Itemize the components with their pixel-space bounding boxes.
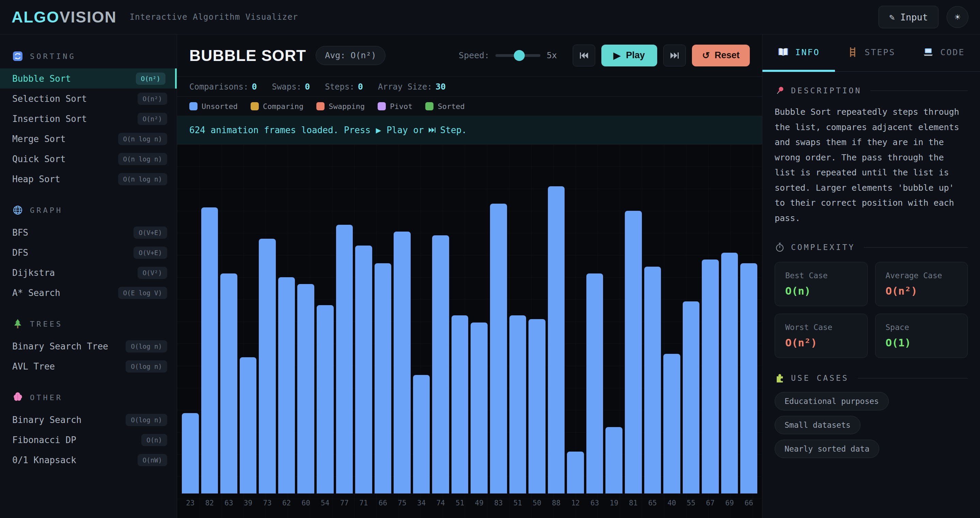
chart-bar bbox=[201, 207, 218, 494]
complexity-badge: O(V+E) bbox=[134, 226, 167, 239]
complexity-card-label: Space bbox=[886, 323, 958, 332]
chart-bar bbox=[490, 204, 507, 494]
theme-toggle-button[interactable]: ☀ bbox=[947, 6, 969, 28]
play-button[interactable]: ▶ Play bbox=[601, 45, 657, 66]
speed-slider-thumb[interactable] bbox=[514, 50, 525, 61]
chart-bar bbox=[548, 186, 565, 494]
tab-label: CODE bbox=[940, 47, 965, 57]
chart-bar bbox=[432, 235, 449, 494]
tab-code[interactable]: CODE bbox=[907, 34, 980, 72]
complexity-section-header: COMPLEXITY bbox=[775, 242, 968, 252]
chart-bar-label: 63 bbox=[586, 499, 603, 518]
top-header: ALGOVISION Interactive Algorithm Visuali… bbox=[0, 0, 980, 34]
sidebar-section-header-trees: TREES bbox=[0, 316, 177, 332]
laptop-icon bbox=[923, 46, 934, 58]
sidebar-item-bubble-sort[interactable]: Bubble SortO(n²) bbox=[0, 69, 177, 89]
chart-bar-label: 63 bbox=[220, 499, 237, 518]
complexity-badge: O(log n) bbox=[126, 414, 167, 426]
stat-comparisons: Comparisons:0 bbox=[189, 82, 257, 92]
sidebar-item-label: Selection Sort bbox=[12, 94, 87, 104]
tab-steps[interactable]: STEPS bbox=[835, 34, 907, 72]
globe-icon bbox=[12, 205, 23, 215]
tab-info[interactable]: INFO bbox=[762, 34, 835, 72]
speed-label: Speed: bbox=[459, 50, 489, 60]
chart-bar-label: 82 bbox=[201, 499, 218, 518]
chart-bar-label: 39 bbox=[240, 499, 257, 518]
sidebar-item-fibonacci-dp[interactable]: Fibonacci DPO(n) bbox=[0, 430, 177, 450]
chart-bar bbox=[625, 211, 642, 494]
chart-bar-label: 88 bbox=[548, 499, 565, 518]
reset-icon: ↺ bbox=[702, 50, 710, 61]
ladder-icon bbox=[847, 46, 858, 58]
chart-bar bbox=[586, 274, 603, 494]
complexity-badge: O(n log n) bbox=[118, 133, 167, 145]
complexity-card-average-case: Average CaseO(n²) bbox=[875, 262, 968, 306]
complexity-card-value: O(n²) bbox=[886, 285, 958, 297]
legend-item-comparing: Comparing bbox=[251, 102, 304, 111]
sidebar-item-label: BFS bbox=[12, 228, 28, 238]
chart-bar-label: 60 bbox=[297, 499, 314, 518]
visualizer-toolbar: BUBBLE SORT Avg: O(n²) Speed: 5x ▶ Play bbox=[177, 34, 762, 77]
chart-bar bbox=[721, 253, 738, 494]
skip-back-button[interactable] bbox=[573, 45, 595, 66]
chart-bar-label: 73 bbox=[259, 499, 276, 518]
input-button[interactable]: ✎ Input bbox=[878, 6, 939, 28]
chart-bar-label: 51 bbox=[452, 499, 469, 518]
panel-tabs: INFOSTEPSCODE bbox=[762, 34, 980, 72]
sidebar-item-binary-search-tree[interactable]: Binary Search TreeO(log n) bbox=[0, 336, 177, 356]
puzzle-icon bbox=[775, 373, 785, 383]
chart-bar-label: 23 bbox=[182, 499, 199, 518]
section-gap bbox=[0, 189, 177, 202]
chart-bar-label: 81 bbox=[625, 499, 642, 518]
speed-slider[interactable] bbox=[495, 54, 540, 57]
reset-button[interactable]: ↺ Reset bbox=[692, 45, 750, 66]
chart-bar bbox=[336, 225, 353, 494]
complexity-badge: O(nW) bbox=[138, 454, 167, 466]
sidebar-section-label: OTHER bbox=[30, 394, 63, 402]
complexity-badge: O(n log n) bbox=[118, 153, 167, 165]
complexity-badge: O(n log n) bbox=[118, 173, 167, 185]
chart-bar bbox=[702, 260, 719, 494]
sidebar-item-avl-tree[interactable]: AVL TreeO(log n) bbox=[0, 356, 177, 376]
algorithm-sidebar: SORTINGBubble SortO(n²)Selection SortO(n… bbox=[0, 34, 177, 518]
sidebar-item-bfs[interactable]: BFSO(V+E) bbox=[0, 222, 177, 242]
chart-bar bbox=[220, 274, 237, 494]
skip-back-icon bbox=[579, 51, 589, 60]
chart-bar bbox=[240, 357, 257, 494]
sidebar-item-selection-sort[interactable]: Selection SortO(n²) bbox=[0, 89, 177, 108]
sidebar-item-0-1-knapsack[interactable]: 0/1 KnapsackO(nW) bbox=[0, 450, 177, 470]
step-forward-button[interactable] bbox=[663, 45, 686, 66]
sidebar-item-binary-search[interactable]: Binary SearchO(log n) bbox=[0, 410, 177, 430]
complexity-card-value: O(1) bbox=[886, 336, 958, 349]
chart-bar-label: 83 bbox=[490, 499, 507, 518]
chart-bar bbox=[452, 316, 469, 494]
sidebar-item-merge-sort[interactable]: Merge SortO(n log n) bbox=[0, 129, 177, 149]
sidebar-section-header-other: OTHER bbox=[0, 390, 177, 405]
sidebar-item-quick-sort[interactable]: Quick SortO(n log n) bbox=[0, 149, 177, 169]
sun-icon: ☀ bbox=[955, 11, 961, 23]
sidebar-item-heap-sort[interactable]: Heap SortO(n log n) bbox=[0, 169, 177, 189]
complexity-badge: O(n²) bbox=[138, 113, 167, 125]
speed-value: 5x bbox=[547, 50, 557, 60]
chart-bar bbox=[567, 452, 584, 494]
play-button-label: Play bbox=[626, 50, 645, 61]
section-gap bbox=[0, 303, 177, 316]
use-case-label: Educational purposes bbox=[784, 397, 879, 406]
chart-bar bbox=[528, 319, 546, 494]
chart-bar-label: 77 bbox=[336, 499, 353, 518]
chart-bar-label: 71 bbox=[355, 499, 372, 518]
sidebar-item-dijkstra[interactable]: DijkstraO(V²) bbox=[0, 263, 177, 283]
sidebar-item-dfs[interactable]: DFSO(V+E) bbox=[0, 242, 177, 263]
complexity-badge: O(log n) bbox=[126, 360, 167, 373]
sidebar-item-label: AVL Tree bbox=[12, 361, 55, 371]
use-case-label: Small datasets bbox=[784, 421, 851, 429]
legend-label: Unsorted bbox=[202, 102, 238, 111]
chart-bar-label: 34 bbox=[413, 499, 430, 518]
chart-bar bbox=[605, 427, 622, 494]
chart-bar bbox=[297, 284, 314, 494]
chart-bar-label: 62 bbox=[278, 499, 295, 518]
app-logo: ALGOVISION bbox=[11, 8, 117, 26]
sidebar-item-a-search[interactable]: A* SearchO(E log V) bbox=[0, 283, 177, 303]
stat-steps: Steps:0 bbox=[325, 82, 363, 92]
sidebar-item-insertion-sort[interactable]: Insertion SortO(n²) bbox=[0, 108, 177, 129]
